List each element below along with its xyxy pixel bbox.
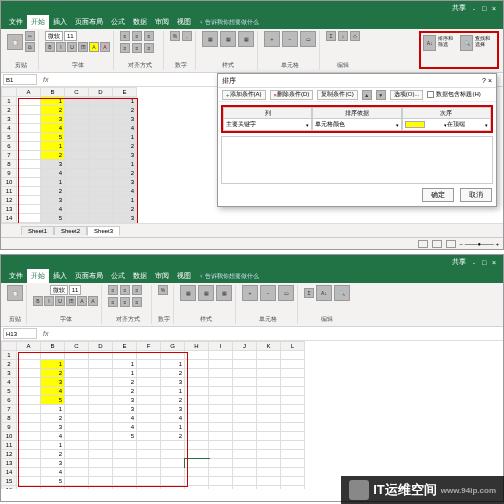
cell[interactable] (209, 360, 233, 369)
cell[interactable] (89, 468, 113, 477)
cell[interactable] (137, 477, 161, 486)
cell[interactable] (161, 459, 185, 468)
sheet-tab[interactable]: Sheet1 (21, 226, 54, 235)
cell[interactable] (185, 351, 209, 360)
cell[interactable] (17, 351, 41, 360)
row-header[interactable]: 5 (1, 133, 17, 142)
cell[interactable] (89, 196, 113, 205)
cell[interactable] (89, 124, 113, 133)
cell[interactable] (257, 387, 281, 396)
row-header[interactable]: 3 (1, 369, 17, 378)
row-header[interactable]: 2 (1, 106, 17, 115)
cell[interactable] (17, 169, 41, 178)
menu-formulas[interactable]: 公式 (107, 15, 129, 29)
cell[interactable] (65, 124, 89, 133)
menu-insert[interactable]: 插入 (49, 269, 71, 283)
italic-icon[interactable]: I (44, 296, 54, 306)
row-header[interactable]: 3 (1, 115, 17, 124)
cell[interactable] (137, 468, 161, 477)
cell[interactable]: 1 (113, 133, 137, 142)
menu-file[interactable]: 文件 (5, 15, 27, 29)
sheet-tab[interactable]: Sheet3 (87, 226, 120, 236)
cell[interactable] (233, 432, 257, 441)
cell[interactable] (65, 486, 89, 489)
name-box[interactable]: H13 (3, 328, 37, 339)
cell[interactable]: 1 (113, 97, 137, 106)
cond-fmt[interactable]: ▦ (202, 31, 218, 47)
sheet-tab[interactable]: Sheet2 (54, 226, 87, 235)
cell[interactable] (65, 106, 89, 115)
cell[interactable] (65, 214, 89, 223)
cell[interactable]: 2 (41, 414, 65, 423)
cell[interactable] (17, 432, 41, 441)
up-icon[interactable]: ▲ (362, 90, 372, 100)
options-button[interactable]: 选项(O)... (390, 90, 424, 100)
cell[interactable] (89, 187, 113, 196)
cell[interactable] (233, 477, 257, 486)
cell[interactable] (161, 450, 185, 459)
cell[interactable] (17, 205, 41, 214)
cell[interactable]: 2 (113, 205, 137, 214)
cell[interactable] (89, 214, 113, 223)
tell-me[interactable]: ♀ 告诉我你想要做什么 (195, 18, 259, 27)
cell[interactable]: 4 (113, 124, 137, 133)
col-header[interactable]: C (65, 341, 89, 351)
cell[interactable] (137, 423, 161, 432)
row-header[interactable]: 7 (1, 405, 17, 414)
col-header[interactable]: G (161, 341, 185, 351)
cell[interactable] (113, 459, 137, 468)
font-select[interactable]: 微软 (45, 31, 63, 41)
cell[interactable] (209, 396, 233, 405)
cell[interactable] (185, 387, 209, 396)
italic-icon[interactable]: I (56, 42, 66, 52)
cell[interactable]: 3 (113, 151, 137, 160)
menu-view[interactable]: 视图 (173, 269, 195, 283)
cell[interactable] (65, 423, 89, 432)
fill-icon[interactable]: A (77, 296, 87, 306)
cell[interactable] (89, 351, 113, 360)
cell[interactable] (233, 468, 257, 477)
cell[interactable] (113, 441, 137, 450)
col-header[interactable]: B (41, 87, 65, 97)
cell[interactable] (137, 414, 161, 423)
cell[interactable]: 4 (41, 169, 65, 178)
cell[interactable] (209, 387, 233, 396)
view-break[interactable] (446, 240, 456, 248)
cell[interactable] (65, 450, 89, 459)
cell[interactable]: 3 (113, 178, 137, 187)
cell[interactable] (257, 369, 281, 378)
cell[interactable] (137, 486, 161, 489)
col-header[interactable]: D (89, 87, 113, 97)
cell[interactable] (281, 432, 305, 441)
row-header[interactable]: 1 (1, 97, 17, 106)
cell[interactable] (281, 378, 305, 387)
cell[interactable] (209, 378, 233, 387)
cell[interactable] (17, 196, 41, 205)
dialog-help-icon[interactable]: ? (482, 77, 486, 84)
cell[interactable]: 3 (161, 405, 185, 414)
menu-data[interactable]: 数据 (129, 269, 151, 283)
cell[interactable] (137, 396, 161, 405)
cell[interactable] (17, 369, 41, 378)
basis-select[interactable]: 单元格颜色▾ (312, 119, 401, 131)
dialog-close-icon[interactable]: × (488, 77, 492, 84)
row-header[interactable]: 8 (1, 160, 17, 169)
cell[interactable] (185, 468, 209, 477)
grid-bot[interactable]: ABCDEFGHIJKL1211132124323542165327133824… (1, 341, 503, 489)
row-header[interactable]: 1 (1, 351, 17, 360)
cancel-button[interactable]: 取消 (460, 188, 492, 202)
align-l[interactable]: ≡ (120, 43, 130, 53)
share-button[interactable]: 共享 (452, 3, 466, 13)
cell[interactable] (89, 405, 113, 414)
cell[interactable] (233, 351, 257, 360)
cell[interactable] (281, 441, 305, 450)
cell[interactable]: 1 (113, 360, 137, 369)
cell[interactable] (17, 423, 41, 432)
border-icon[interactable]: 田 (78, 42, 88, 52)
cell[interactable] (161, 486, 185, 489)
cell[interactable] (233, 423, 257, 432)
col-header[interactable]: J (233, 341, 257, 351)
cell[interactable] (17, 441, 41, 450)
cell[interactable] (17, 486, 41, 489)
col-header[interactable]: E (113, 341, 137, 351)
